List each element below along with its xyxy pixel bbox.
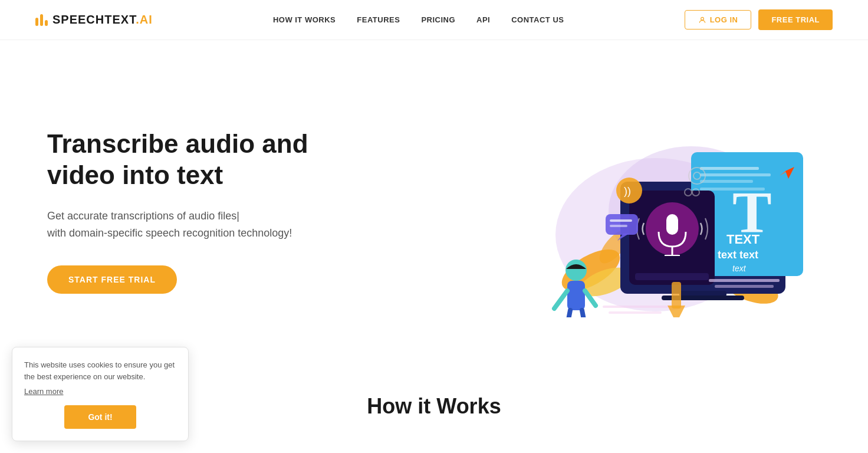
svg-rect-40 — [603, 306, 673, 308]
cookie-got-it-button[interactable]: Got it! — [64, 405, 136, 429]
svg-rect-39 — [715, 285, 774, 288]
svg-rect-28 — [606, 214, 638, 235]
svg-point-44 — [565, 260, 587, 281]
nav-api[interactable]: API — [476, 15, 490, 24]
hero-content: Transcribe audio and video into text Get… — [47, 129, 354, 293]
svg-rect-31 — [610, 225, 627, 227]
free-trial-button[interactable]: FREE TRIAL — [758, 9, 833, 30]
hero-title: Transcribe audio and video into text — [47, 129, 354, 191]
start-free-trial-button[interactable]: START FREE TRIAL — [47, 265, 177, 294]
svg-text:text: text — [732, 264, 747, 273]
svg-rect-18 — [700, 180, 753, 183]
svg-line-49 — [582, 310, 586, 317]
cookie-learn-more-link[interactable]: Learn more — [24, 387, 63, 396]
nav-pricing[interactable]: PRICING — [421, 15, 455, 24]
svg-rect-24 — [666, 214, 678, 235]
svg-point-0 — [701, 17, 703, 20]
logo-waves-icon — [35, 14, 48, 26]
person-icon — [698, 16, 706, 24]
cookie-text: This website uses cookies to ensure you … — [24, 359, 176, 382]
svg-rect-16 — [700, 167, 759, 170]
svg-rect-27 — [635, 273, 709, 280]
login-button[interactable]: LOG IN — [685, 10, 752, 29]
cookie-banner: This website uses cookies to ensure you … — [12, 347, 189, 431]
nav-actions: LOG IN FREE TRIAL — [685, 9, 833, 30]
svg-rect-45 — [567, 281, 585, 310]
hero-subtitle: Get accurate transcriptions of audio fil… — [47, 208, 354, 242]
logo-wordmark: SPEECHTEXT.AI — [52, 13, 153, 27]
svg-line-48 — [566, 310, 570, 317]
nav-how-it-works[interactable]: HOW IT WORKS — [273, 15, 336, 24]
nav-links: HOW IT WORKS FEATURES PRICING API CONTAC… — [273, 15, 564, 24]
svg-rect-17 — [700, 173, 771, 176]
nav-contact-us[interactable]: CONTACT US — [511, 15, 564, 24]
svg-text:text text: text text — [718, 249, 758, 261]
svg-rect-19 — [700, 188, 765, 191]
hero-section: Transcribe audio and video into text Get… — [0, 40, 868, 370]
logo[interactable]: SPEECHTEXT.AI — [35, 13, 153, 27]
svg-rect-30 — [610, 219, 632, 222]
hero-illustration: T TEXT text text text — [514, 105, 821, 317]
svg-text:TEXT: TEXT — [726, 232, 760, 247]
hero-svg: T TEXT text text text — [514, 105, 821, 317]
svg-rect-41 — [609, 311, 662, 314]
svg-rect-43 — [672, 282, 681, 308]
svg-text:)): )) — [624, 185, 631, 197]
main-nav: SPEECHTEXT.AI HOW IT WORKS FEATURES PRIC… — [0, 0, 868, 40]
svg-rect-38 — [709, 279, 780, 282]
nav-features[interactable]: FEATURES — [357, 15, 400, 24]
svg-line-46 — [554, 291, 567, 308]
